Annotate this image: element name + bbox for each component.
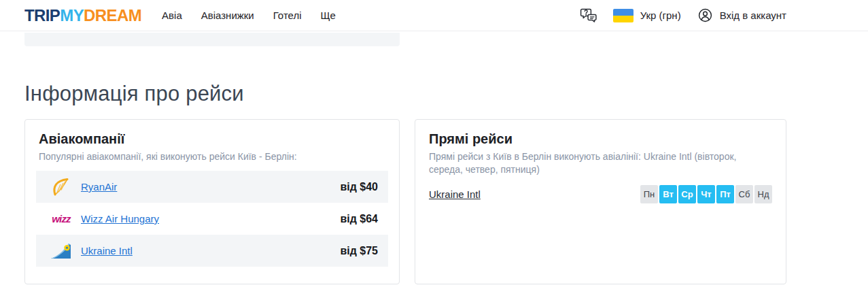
logo-my: MY	[60, 6, 84, 24]
nav-item-more[interactable]: Ще	[321, 10, 336, 21]
airlines-card: Авіакомпанії Популярні авіакомпанії, які…	[24, 119, 400, 284]
header: TRIPMYDREAM Авіа Авіазнижки Готелі Ще Ук…	[0, 0, 868, 31]
logo-dream: DREAM	[84, 6, 141, 24]
day-badge-sun: Нд	[754, 185, 772, 203]
airline-link-ryanair[interactable]: RyanAir	[81, 181, 117, 193]
ukraine-flag-icon	[613, 9, 633, 22]
language-label: Укр (грн)	[640, 10, 681, 21]
direct-flights-subtitle: Прямі рейси з Київ в Берлін виконують ав…	[429, 150, 772, 176]
nav-item-avia[interactable]: Авіа	[162, 10, 182, 21]
support-chat-button[interactable]	[580, 7, 598, 24]
airline-row-wizz: wizz Wizz Air Hungary від $64	[36, 203, 388, 235]
price-wizz: від $64	[340, 213, 378, 225]
nav-item-avia-discounts[interactable]: Авіазнижки	[201, 10, 254, 21]
airlines-card-title: Авіакомпанії	[36, 130, 388, 148]
airline-link-wizz[interactable]: Wizz Air Hungary	[81, 213, 159, 225]
tripmydream-logo[interactable]: TRIPMYDREAM	[24, 6, 141, 25]
day-badge-sat: Сб	[735, 185, 753, 203]
support-chat-icon	[580, 7, 598, 24]
ryanair-harp-icon	[50, 178, 73, 197]
day-badge-wed: Ср	[678, 185, 696, 203]
logo-trip: TRIP	[24, 6, 60, 24]
login-label: Вхід в аккаунт	[720, 10, 786, 21]
day-badge-tue: Вт	[659, 185, 677, 203]
price-ukraine-intl: від $75	[340, 245, 378, 257]
uia-tail-icon	[50, 242, 73, 260]
info-cards: Авіакомпанії Популярні авіакомпанії, які…	[24, 119, 786, 284]
collapsed-search-panel	[24, 33, 400, 46]
airline-row-ukraine-intl: Ukraine Intl від $75	[36, 235, 388, 267]
page: TRIPMYDREAM Авіа Авіазнижки Готелі Ще Ук…	[0, 0, 868, 298]
nav-item-hotels[interactable]: Готелі	[273, 10, 302, 21]
day-badge-fri: Пт	[716, 185, 734, 203]
airlines-card-subtitle: Популярні авіакомпанії, які виконують ре…	[36, 150, 380, 163]
weekday-badges: Пн Вт Ср Чт Пт Сб Нд	[640, 185, 772, 203]
direct-flights-card: Прямі рейси Прямі рейси з Київ в Берлін …	[415, 119, 786, 284]
main-nav: Авіа Авіазнижки Готелі Ще	[162, 10, 336, 21]
airline-rows: RyanAir від $40 wizz Wizz Air Hungary ві…	[36, 171, 388, 267]
day-badge-mon: Пн	[640, 185, 658, 203]
day-badge-thu: Чт	[697, 185, 715, 203]
language-currency-selector[interactable]: Укр (грн)	[613, 9, 681, 22]
direct-flight-row: Ukraine Intl Пн Вт Ср Чт Пт Сб Нд	[429, 185, 772, 203]
wizz-logo-icon: wizz	[50, 213, 73, 225]
price-ryanair: від $40	[340, 181, 378, 193]
header-right: Укр (грн) Вхід в аккаунт	[580, 7, 786, 24]
airline-row-ryanair: RyanAir від $40	[36, 171, 388, 203]
user-avatar-icon	[697, 7, 713, 23]
direct-flights-title: Прямі рейси	[429, 130, 772, 148]
airline-link-ukraine-intl[interactable]: Ukraine Intl	[81, 245, 133, 256]
direct-airline-link-ukraine-intl[interactable]: Ukraine Intl	[429, 188, 481, 200]
login-button[interactable]: Вхід в аккаунт	[697, 7, 786, 23]
page-title: Інформація про рейси	[24, 82, 244, 106]
